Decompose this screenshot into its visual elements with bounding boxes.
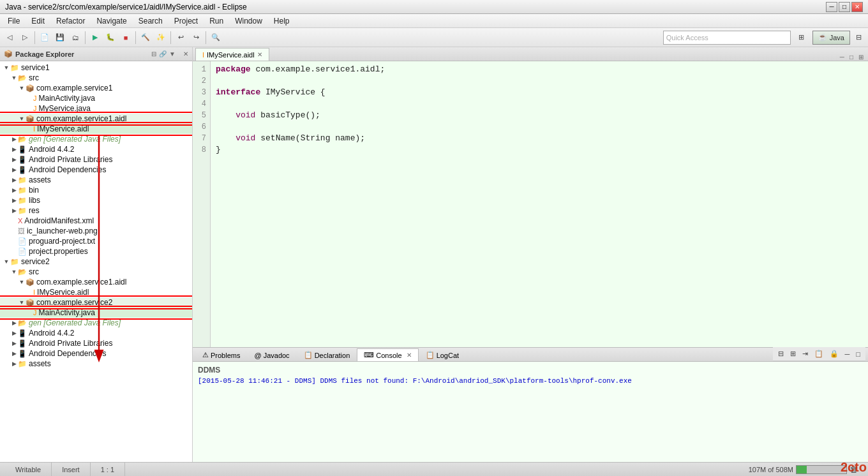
tree-assets1[interactable]: ▶ 📁 assets [0,175,192,185]
tree-com-example-service1[interactable]: ▼ 📦 com.example.service1 [0,83,192,93]
tree-gen2[interactable]: ▶ 📂 gen [Generated Java Files] [0,318,192,328]
tree-myservice[interactable]: J MyService.java [0,103,192,114]
arrow-android-pvt-2[interactable]: ▶ [10,339,18,347]
console-btn-5[interactable]: 🔒 [827,349,841,359]
arrow-res1[interactable]: ▶ [10,207,18,214]
tab-console[interactable]: ⌨ Console ✕ [357,348,418,361]
toolbar-save-all[interactable]: 🗂 [68,31,82,45]
menu-edit[interactable]: Edit [26,15,50,27]
tree-mainactivity[interactable]: J MainActivity.java [0,93,192,103]
tree-com-example-aidl[interactable]: ▼ 📦 com.example.service1.aidl [0,114,192,124]
toolbar-stop[interactable]: ■ [119,31,133,45]
tree-imyservice-aidl[interactable]: I IMyService.aidl [0,124,192,134]
menu-navigate[interactable]: Navigate [91,15,131,27]
arrow-libs1[interactable]: ▶ [10,197,18,204]
tree-proguard[interactable]: 📄 proguard-project.txt [0,236,192,246]
tab-ctrl-layout[interactable]: ⊞ [857,54,865,61]
console-btn-2[interactable]: ⊞ [788,349,798,359]
tree-gen1[interactable]: ▶ 📂 gen [Generated Java Files] [0,134,192,144]
maximize-button[interactable]: □ [839,2,850,12]
arrow-android-deps[interactable]: ▶ [10,166,18,174]
menu-search[interactable]: Search [133,15,168,27]
quick-access-input[interactable]: Quick Access [663,31,791,45]
menu-refactor[interactable]: Refactor [51,15,90,27]
tree-android-pvt-2[interactable]: ▶ 📱 Android Private Libraries [0,338,192,348]
arrow-service1[interactable]: ▼ [3,64,10,71]
toolbar-debug[interactable]: 🐛 [103,31,117,45]
toolbar-run[interactable]: ▶ [88,31,102,45]
arrow-com-example[interactable]: ▼ [18,84,26,92]
toolbar-search[interactable]: 🔍 [209,31,223,45]
tree-libs1[interactable]: ▶ 📁 libs [0,195,192,205]
toolbar-forward[interactable]: ▷ [18,31,32,45]
console-maximize[interactable]: □ [853,350,863,359]
minimize-button[interactable]: ─ [826,2,837,12]
menu-window[interactable]: Window [230,15,267,27]
arrow-android-442-2[interactable]: ▶ [10,329,18,337]
menu-run[interactable]: Run [204,15,228,27]
toolbar-new[interactable]: 📄 [38,31,52,45]
tree-launcher-png[interactable]: 🖼 ic_launcher-web.png [0,226,192,236]
tree-src2[interactable]: ▼ 📂 src [0,267,192,277]
menu-help[interactable]: Help [269,15,295,27]
tab-javadoc[interactable]: @ Javadoc [247,348,296,361]
pkg-close[interactable]: ✕ [183,50,188,57]
toolbar-undo[interactable]: ↩ [174,31,188,45]
arrow-src2[interactable]: ▼ [10,268,18,276]
arrow-aidl1[interactable]: ▼ [18,115,26,123]
pkg-menu[interactable]: ▼ [169,50,176,57]
tab-ctrl-maximize[interactable]: □ [848,54,855,61]
editor-tab-close[interactable]: ✕ [257,51,262,58]
code-content[interactable]: package com.example.service1.aidl; inter… [211,61,868,347]
toolbar-build[interactable]: 🔨 [138,31,153,45]
tree-com-example-service2[interactable]: ▼ 📦 com.example.service2 [0,297,192,308]
pkg-collapse-all[interactable]: ⊟ [151,50,156,57]
arrow-aidl2[interactable]: ▼ [18,278,26,286]
tree-android-deps[interactable]: ▶ 📱 Android Dependencies [0,165,192,175]
arrow-assets1[interactable]: ▶ [10,176,18,184]
tree-android-deps-2[interactable]: ▶ 📱 Android Dependencies [0,348,192,359]
tree-mainactivity2[interactable]: J MainActivity.java [0,308,192,318]
arrow-android-pvt[interactable]: ▶ [10,156,18,163]
tree-android-442-2[interactable]: ▶ 📱 Android 4.4.2 [0,328,192,338]
arrow-android-442[interactable]: ▶ [10,145,18,153]
tree-res1[interactable]: ▶ 📁 res [0,205,192,216]
tree-assets2[interactable]: ▶ 📁 assets [0,359,192,369]
editor-tab-imyservice[interactable]: I IMyService.aidl ✕ [195,48,269,61]
arrow-bin1[interactable]: ▶ [10,186,18,194]
toolbar-perspective-extra[interactable]: ⊟ [851,31,865,45]
tree-com-example-aidl2[interactable]: ▼ 📦 com.example.service1.aidl [0,277,192,287]
toolbar-redo[interactable]: ↪ [189,31,203,45]
java-perspective-badge[interactable]: ☕ Java [812,31,850,45]
tree-bin1[interactable]: ▶ 📁 bin [0,185,192,195]
tab-ctrl-minimize[interactable]: ─ [838,54,846,61]
console-btn-1[interactable]: ⊟ [775,349,786,359]
arrow-android-deps-2[interactable]: ▶ [10,350,18,357]
toolbar-back[interactable]: ◁ [3,31,17,45]
tab-logcat[interactable]: 📋 LogCat [419,348,466,361]
tree-android-442[interactable]: ▶ 📱 Android 4.4.2 [0,144,192,154]
tree-service1[interactable]: ▼ 📁 service1 [0,63,192,73]
tab-console-close[interactable]: ✕ [407,352,412,359]
console-btn-3[interactable]: ⇥ [800,349,811,359]
tree-android-private-libs[interactable]: ▶ 📱 Android Private Libraries [0,154,192,165]
toolbar-clean[interactable]: ✨ [154,31,168,45]
tree-src1[interactable]: ▼ 📂 src [0,73,192,83]
arrow-assets2[interactable]: ▶ [10,360,18,368]
tree-service2[interactable]: ▼ 📁 service2 [0,257,192,267]
toolbar-perspective-open[interactable]: ⊞ [795,31,809,45]
menu-file[interactable]: File [3,15,25,27]
tree-manifest1[interactable]: X AndroidManifest.xml [0,216,192,226]
memory-bar[interactable] [796,465,847,474]
arrow-gen1[interactable]: ▶ [10,135,18,143]
console-btn-4[interactable]: 📋 [812,349,826,359]
gc-icon[interactable]: 🗑 [849,465,858,474]
pkg-link-editor[interactable]: 🔗 [159,50,167,57]
arrow-service2-pkg[interactable]: ▼ [18,299,26,306]
toolbar-save[interactable]: 💾 [53,31,67,45]
close-button[interactable]: ✕ [851,2,863,12]
arrow-service2[interactable]: ▼ [3,258,10,265]
tab-declaration[interactable]: 📋 Declaration [297,348,357,361]
arrow-gen2[interactable]: ▶ [10,319,18,327]
arrow-src1[interactable]: ▼ [10,74,18,82]
